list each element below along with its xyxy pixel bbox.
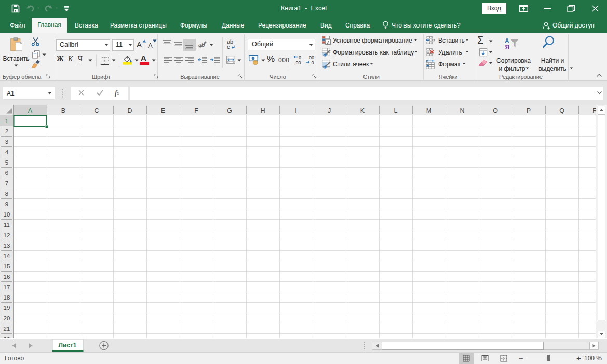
svg-text:2: 2: [5, 128, 8, 134]
svg-text:11: 11: [4, 222, 10, 228]
svg-text:13: 13: [4, 242, 10, 249]
svg-text:K: K: [360, 107, 365, 114]
svg-text:20: 20: [4, 315, 10, 321]
svg-text:P: P: [527, 107, 531, 114]
svg-text:0: 0: [299, 55, 301, 60]
svg-text:L: L: [394, 107, 398, 114]
svg-text:O: O: [493, 107, 498, 114]
svg-text:D: D: [127, 107, 132, 114]
svg-text:22: 22: [4, 336, 10, 339]
svg-text:I: I: [295, 107, 296, 114]
svg-text:Лист1: Лист1: [58, 342, 76, 349]
svg-text:6: 6: [5, 170, 8, 176]
svg-text:B: B: [61, 107, 65, 114]
svg-text:H: H: [260, 107, 265, 114]
svg-text:F: F: [194, 107, 198, 114]
svg-text:3: 3: [5, 139, 8, 145]
svg-text:8: 8: [5, 191, 8, 197]
svg-text:12: 12: [4, 232, 10, 238]
svg-text:N: N: [460, 107, 464, 114]
svg-text:ab: ab: [198, 42, 205, 48]
svg-text:4: 4: [5, 149, 9, 155]
svg-text:M: M: [426, 107, 431, 114]
svg-text:9: 9: [5, 201, 8, 207]
svg-text:A: A: [28, 107, 33, 114]
svg-text:10: 10: [4, 211, 10, 218]
svg-text:21: 21: [4, 326, 10, 332]
svg-text:E: E: [161, 107, 165, 114]
svg-text:5: 5: [5, 159, 8, 166]
svg-text:17: 17: [4, 284, 10, 290]
svg-text:00: 00: [309, 55, 314, 60]
svg-text:Q: Q: [559, 107, 564, 114]
svg-text:,00: ,00: [294, 60, 301, 65]
svg-text:7: 7: [5, 180, 8, 186]
svg-text:c: c: [227, 44, 230, 49]
svg-text:18: 18: [4, 294, 10, 301]
svg-text:15: 15: [4, 263, 10, 269]
svg-text:,0: ,0: [310, 60, 314, 65]
svg-text:19: 19: [4, 305, 10, 311]
svg-text:J: J: [328, 107, 331, 114]
svg-text:G: G: [227, 107, 232, 114]
svg-text:Я: Я: [505, 44, 510, 50]
svg-text:C: C: [94, 107, 99, 114]
svg-text:16: 16: [4, 274, 10, 280]
svg-text:1: 1: [5, 118, 8, 124]
svg-text:14: 14: [4, 253, 10, 259]
